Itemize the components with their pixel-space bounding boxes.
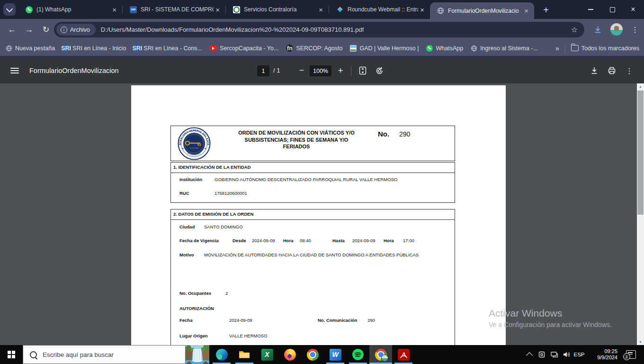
bookmark-sri-inicio[interactable]: SRI en Línea - Inicio — [63, 45, 126, 52]
bookmark-label: SercopCapacita - Yo... — [220, 45, 278, 52]
taskbar-search-input[interactable]: Escribe aquí para buscar — [23, 345, 186, 364]
page-number-value: 1 — [262, 68, 265, 74]
browser-menu-button[interactable] — [630, 19, 640, 40]
url-text[interactable]: D:/Users/Master/Downloads/FormularioOrde… — [101, 26, 364, 33]
window-minimize-button[interactable] — [580, 0, 601, 19]
bookmark-sri-consultas[interactable]: SRI en Línea - Cons... — [134, 45, 202, 52]
bookmark-sercop-agosto[interactable]: SERCOP: Agosto — [286, 45, 342, 52]
tab-whatsapp[interactable]: (1) WhatsApp — [19, 0, 122, 19]
bookmarks-overflow-button[interactable] — [555, 45, 559, 52]
section-2-header: 2. DATOS DE EMISIÓN DE LA ORDEN — [171, 209, 455, 220]
folder-icon — [571, 45, 579, 51]
rotate-button[interactable] — [372, 58, 386, 83]
download-icon — [593, 25, 602, 34]
page-number-input[interactable]: 1 — [257, 65, 269, 76]
tab-close-icon[interactable] — [418, 5, 426, 14]
tab-sri[interactable]: SRI - SISTEMA DE COMPROB — [123, 0, 225, 19]
address-bar[interactable]: Archivo D:/Users/Master/Downloads/Formul… — [54, 22, 584, 37]
svg-text:★: ★ — [182, 147, 184, 150]
window-maximize-button[interactable] — [601, 0, 623, 19]
new-tab-button[interactable] — [540, 4, 552, 16]
taskbar-edge[interactable] — [210, 345, 233, 364]
tab-contraloria[interactable]: Servicios Contraloría — [226, 0, 329, 19]
desde-label: Desde — [233, 238, 246, 243]
tray-show-hidden-button[interactable] — [524, 345, 535, 364]
taskbar-acrobat[interactable] — [392, 345, 415, 364]
tray-device-icon-button[interactable] — [536, 345, 547, 364]
hora2-value: 17:00 — [403, 238, 414, 243]
tab-close-icon[interactable] — [110, 5, 118, 14]
sri-icon — [130, 6, 137, 13]
chevron-down-icon — [6, 5, 13, 12]
hora2-label: Hora — [384, 238, 394, 243]
institucion-label: Institución — [179, 177, 202, 182]
ocupantes-label: No. Ocupantes — [179, 291, 211, 296]
taskbar-firefox[interactable] — [278, 345, 301, 364]
profile-avatar[interactable] — [610, 23, 623, 36]
no-value: 290 — [399, 130, 410, 138]
window-close-button[interactable] — [622, 0, 644, 19]
pdf-menu-button[interactable] — [10, 68, 19, 73]
chrome-icon — [307, 349, 319, 361]
tab-search-button[interactable] — [3, 3, 16, 16]
bookmark-whatsapp[interactable]: WhatsApp — [426, 45, 463, 52]
tray-language-indicator[interactable]: ESP — [572, 345, 586, 364]
pdf-more-button[interactable] — [622, 58, 636, 83]
bookmark-ingreso-sistema[interactable]: Ingreso al Sistema -... — [471, 45, 538, 52]
notification-center-button[interactable]: 2 — [622, 345, 639, 364]
taskbar-spotify[interactable] — [347, 345, 369, 364]
pdf-scrollbar[interactable] — [637, 83, 644, 345]
title-line-2: SUBSISTENCIAS; FINES DE SEMANA Y/O — [218, 136, 375, 144]
bookmark-star-icon[interactable] — [571, 25, 584, 34]
pdf-print-button[interactable] — [605, 58, 619, 83]
taskbar-word[interactable] — [324, 345, 347, 364]
pdf-download-button[interactable] — [587, 58, 601, 83]
forward-button[interactable] — [21, 19, 37, 40]
waterfall-image — [186, 345, 209, 364]
reload-button[interactable] — [38, 19, 54, 40]
contraloria-seal-logo: CONTRALORÍA GENERAL DEL ESTADO ECUADOR ★… — [178, 127, 211, 160]
bookmark-sercopcapacita[interactable]: SercopCapacita - Yo... — [210, 45, 278, 52]
zoom-out-button[interactable] — [295, 58, 309, 83]
tab-close-icon[interactable] — [317, 5, 325, 14]
origen-label: Lugar Origen — [179, 333, 208, 338]
chevron-up-icon — [526, 352, 533, 358]
taskbar-chrome-active[interactable] — [369, 345, 392, 364]
back-button[interactable] — [4, 19, 20, 40]
bookmark-gad-valle-hermoso[interactable]: GAD | Valle Hermoso | — [350, 45, 419, 52]
tab-formulario-active[interactable]: FormularioOrdenMovilizacio — [430, 2, 534, 19]
tab-close-icon[interactable] — [522, 6, 530, 15]
institucion-value: GOBIERNO AUTÓNOMO DESCENTRALIZADO PARROQ… — [215, 177, 397, 182]
activate-windows-watermark-sub: Ve a Configuración para activar Windows. — [489, 321, 612, 328]
tab-close-icon[interactable] — [214, 5, 222, 14]
zoom-level-box[interactable]: 100% — [310, 65, 331, 76]
tab-title: Servicios Contraloría — [244, 6, 317, 13]
taskbar-chrome[interactable] — [301, 345, 324, 364]
scroll-up-arrow[interactable] — [637, 85, 644, 88]
download-tray-button[interactable] — [591, 19, 604, 40]
bookmark-nueva-pestana[interactable]: Nueva pestaña — [6, 45, 55, 52]
taskbar-file-explorer[interactable] — [233, 345, 256, 364]
tray-volume-button[interactable] — [561, 345, 572, 364]
tray-clock[interactable]: 09:25 9/9/2024 — [586, 345, 617, 364]
search-highlight-button[interactable] — [186, 345, 209, 364]
motivo-label: Motivo — [179, 252, 194, 257]
start-button[interactable] — [0, 345, 23, 364]
bookmark-label: GAD | Valle Hermoso | — [359, 45, 419, 52]
pdf-viewer-area: CONTRALORÍA GENERAL DEL ESTADO ECUADOR ★… — [0, 83, 644, 345]
zoom-in-button[interactable] — [333, 58, 348, 83]
title-line-3: FERIADOS — [218, 143, 375, 150]
scrollbar-thumb[interactable] — [637, 91, 644, 215]
tray-network-button[interactable] — [548, 345, 560, 364]
bookmarks-bar: Nueva pestaña SRI en Línea - Inicio SRI … — [0, 40, 644, 56]
file-scheme-chip[interactable]: Archivo — [56, 24, 96, 36]
taskbar-excel[interactable] — [256, 345, 278, 364]
vigencia-label: Fecha de Vigencia — [179, 238, 219, 243]
fecha-value: 2024-09-09 — [229, 318, 252, 323]
fit-page-button[interactable] — [356, 58, 370, 83]
all-bookmarks-button[interactable]: Todos los marcadores — [571, 45, 639, 52]
title-line-1: ORDEN DE MOVILIZACIÓN CON VIÁTICOS Y/O — [218, 129, 375, 136]
tab-roundcube[interactable]: Roundcube Webmail :: Entra — [330, 0, 430, 19]
gad-logo-icon — [350, 45, 357, 52]
scroll-down-arrow[interactable] — [637, 340, 644, 344]
